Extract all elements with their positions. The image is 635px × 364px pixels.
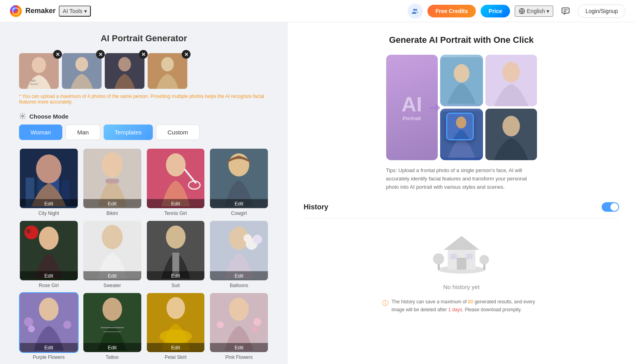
svg-point-46: [253, 235, 262, 244]
card-label-petal-skirt: Petal Skirt: [146, 354, 206, 360]
edit-overlay-pink-flowers: Edit: [210, 343, 268, 352]
choose-mode-label: Choose Mode: [29, 113, 68, 120]
svg-point-65: [252, 326, 258, 332]
mode-section: Choose Mode Woman Man Templates Custom: [19, 113, 269, 140]
svg-point-1: [413, 9, 415, 11]
svg-point-9: [32, 57, 46, 73]
edit-overlay-sweater: Edit: [83, 271, 141, 280]
edit-overlay-rose: Edit: [20, 271, 78, 280]
svg-point-37: [39, 226, 59, 249]
template-card-petal-skirt[interactable]: Edit: [146, 292, 206, 353]
mosaic-center-top: [440, 55, 483, 106]
chevron-down-icon: ▾: [84, 8, 87, 14]
mode-custom-button[interactable]: Custom: [156, 125, 200, 140]
template-card-city-night[interactable]: Edit: [19, 148, 79, 209]
svg-point-13: [75, 57, 88, 71]
svg-point-47: [244, 234, 252, 242]
mode-buttons: Woman Man Templates Custom: [19, 125, 269, 140]
template-card-tattoo[interactable]: Edit: [83, 292, 142, 353]
svg-point-15: [118, 57, 131, 71]
svg-point-73: [502, 62, 520, 82]
svg-point-0: [10, 5, 22, 17]
template-card-wrapper-cowgirl: Edit Cowgirl: [209, 148, 269, 216]
svg-point-60: [160, 329, 192, 343]
template-card-balloons[interactable]: Edit: [209, 220, 269, 281]
header: Remaker AI Tools ▾ Free Credits Price En…: [0, 0, 635, 22]
template-card-cowgirl[interactable]: Edit: [209, 148, 269, 209]
svg-point-54: [102, 297, 122, 320]
history-note-start: The history can save a maximum of: [392, 299, 468, 305]
no-history-svg: [430, 228, 493, 276]
toggle-thumb: [610, 203, 618, 211]
chat-button[interactable]: [558, 4, 573, 19]
template-card-bikini[interactable]: Edit: [83, 148, 142, 209]
history-note: ⓘ The history can save a maximum of 80 g…: [382, 298, 541, 313]
svg-rect-27: [105, 179, 119, 184]
svg-point-50: [24, 317, 33, 326]
template-card-suit[interactable]: Edit: [146, 220, 206, 281]
template-card-rose[interactable]: Edit: [19, 220, 79, 281]
settings-icon: [19, 113, 26, 120]
ai-tools-button[interactable]: AI Tools ▾: [59, 6, 91, 17]
template-card-sweater[interactable]: Edit: [83, 220, 142, 281]
close-thumb-3-button[interactable]: ✕: [139, 50, 148, 59]
svg-point-75: [502, 116, 520, 136]
mode-woman-label: Woman: [31, 129, 51, 136]
svg-point-71: [456, 117, 466, 128]
svg-point-67: [454, 64, 470, 83]
svg-point-83: [433, 253, 444, 264]
template-card-tennis[interactable]: Edit: [146, 148, 206, 209]
svg-point-26: [102, 152, 122, 178]
login-button[interactable]: Login/Signup: [578, 4, 625, 18]
mosaic-portrait-text: Portrait: [402, 115, 421, 121]
logo-text: Remaker: [25, 7, 56, 15]
edit-overlay-tennis: Edit: [147, 199, 205, 208]
template-card-pink-flowers[interactable]: Edit: [209, 292, 269, 353]
card-label-pink-flowers: Pink Flowers: [209, 354, 269, 360]
language-button[interactable]: English ▾: [515, 6, 553, 17]
history-divider: [304, 218, 619, 218]
close-thumb-2-button[interactable]: ✕: [96, 50, 105, 59]
template-card-wrapper-pink: Edit Pink Flowers: [209, 292, 269, 360]
price-button[interactable]: Price: [481, 5, 510, 17]
svg-text:NO: NO: [31, 79, 36, 82]
mode-custom-label: Custom: [167, 129, 188, 136]
history-note-text: The history can save a maximum of 80 gen…: [392, 298, 541, 313]
right-title: Generate AI Portrait with One Click: [304, 35, 619, 45]
mode-woman-button[interactable]: Woman: [19, 125, 62, 140]
edit-overlay-tattoo: Edit: [83, 343, 141, 352]
card-label-bikini: Bikini: [83, 211, 142, 216]
svg-point-59: [166, 297, 185, 319]
left-panel: AI Portrait Generator NO RULES ✕: [0, 22, 288, 364]
card-label-sweater: Sweater: [83, 283, 142, 288]
svg-point-17: [161, 57, 174, 71]
upload-thumb-3[interactable]: ✕: [105, 53, 144, 89]
history-section: History: [304, 202, 619, 313]
close-thumb-1-button[interactable]: ✕: [53, 50, 62, 59]
template-card-wrapper-city-night: Edit City Night: [19, 148, 79, 216]
upload-max-count: 4: [87, 94, 90, 99]
template-card-wrapper-bikini: Edit Bikini: [83, 148, 142, 216]
tips-text: Tips: Upload a frontal photo of a single…: [386, 167, 537, 191]
edit-overlay-purple-flowers: Edit: [20, 343, 78, 352]
mosaic-right-bottom: [485, 109, 537, 160]
upload-thumb-4[interactable]: ✕: [148, 53, 187, 89]
svg-text:RULES: RULES: [30, 83, 38, 85]
svg-rect-80: [450, 254, 457, 259]
group-icon-button[interactable]: [408, 4, 423, 19]
template-card-wrapper-purple: Edit Purple Flowers: [19, 292, 79, 360]
mosaic-ai-cell: AI Portrait: [386, 55, 438, 160]
ai-tools-label: AI Tools: [63, 8, 83, 14]
upload-thumb-2[interactable]: ✕: [62, 53, 102, 89]
svg-point-18: [22, 115, 24, 117]
logo-icon: [10, 5, 22, 17]
template-card-purple-flowers[interactable]: Edit: [19, 292, 79, 353]
history-toggle[interactable]: [602, 202, 619, 212]
mode-man-button[interactable]: Man: [65, 125, 100, 140]
close-thumb-4-button[interactable]: ✕: [182, 50, 190, 59]
mosaic-right-top: [485, 55, 537, 106]
mode-templates-button[interactable]: Templates: [104, 125, 153, 140]
upload-thumb-1[interactable]: NO RULES ✕: [19, 53, 59, 89]
header-right: Free Credits Price English ▾ Login/Signu…: [408, 4, 625, 19]
free-credits-button[interactable]: Free Credits: [427, 5, 476, 17]
